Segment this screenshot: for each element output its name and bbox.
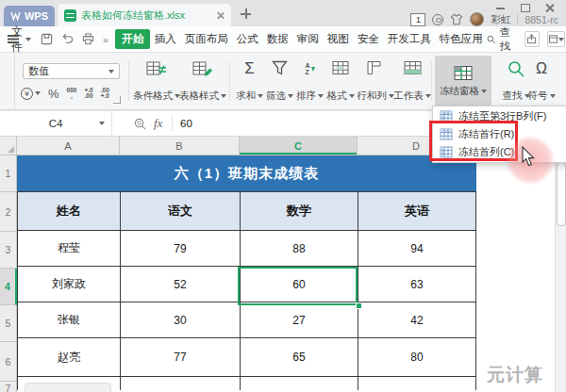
filter-button[interactable]: 筛选 (263, 58, 296, 105)
maximize-button[interactable] (521, 4, 530, 12)
worksheet-button[interactable]: 工作表 (391, 58, 433, 105)
skin-icon[interactable] (450, 13, 463, 25)
tab-data[interactable]: 数据 (262, 29, 292, 49)
decrease-decimal-button[interactable]: .00 +.0 (101, 88, 109, 99)
cell-b7[interactable] (121, 377, 241, 390)
scrollbar-thumb[interactable] (557, 162, 566, 226)
cell-a3[interactable]: 程莹 (18, 231, 121, 267)
new-window-button[interactable] (547, 31, 565, 47)
cell-b3[interactable]: 79 (121, 231, 241, 267)
rows-columns-button[interactable]: 行和列 (355, 58, 396, 105)
header-cell[interactable]: 姓名 (18, 192, 121, 231)
cell-b6[interactable]: 77 (121, 338, 241, 377)
divider (431, 61, 432, 101)
wps-window: WPS 表格如何冻结窗格.xlsx 1 彩虹 8851-rc 文件 (0, 0, 566, 392)
close-tab-icon[interactable] (216, 11, 225, 20)
fx-icon[interactable]: fx (154, 116, 162, 131)
new-tab-button[interactable] (241, 8, 251, 19)
close-window-button[interactable] (545, 4, 555, 12)
increase-decimal-button[interactable]: +.0 .00 (84, 88, 92, 99)
cell-c6[interactable]: 65 (241, 338, 358, 377)
cell-c3[interactable]: 88 (241, 231, 358, 267)
cell-a4[interactable]: 刘家政 (18, 267, 121, 302)
tab-view[interactable]: 视图 (323, 29, 353, 49)
cell-a5[interactable]: 张银 (18, 302, 121, 338)
file-menu[interactable]: 文件 (11, 24, 23, 56)
find-button[interactable]: 查找 (487, 25, 517, 54)
header-cell[interactable]: 语文 (121, 192, 241, 231)
row-header-1[interactable]: 1 (0, 155, 17, 192)
tab-formulas[interactable]: 公式 (232, 29, 262, 49)
cell-d5[interactable]: 42 (358, 302, 476, 338)
user-name: 彩虹 (491, 13, 510, 26)
toolbar-more-icon[interactable]: » (103, 34, 108, 45)
cell-c7[interactable] (241, 377, 358, 390)
cell-b5[interactable]: 30 (121, 302, 241, 338)
select-all-corner[interactable] (0, 137, 17, 155)
vertical-scrollbar[interactable] (555, 155, 566, 392)
fill-handle[interactable] (356, 302, 362, 309)
chevron-down-icon (349, 94, 355, 98)
name-box[interactable]: C4 (0, 111, 112, 136)
symbol-button[interactable]: Ω 符号 (524, 58, 558, 105)
tab-insert[interactable]: 插入 (150, 29, 180, 49)
function-search-icon[interactable] (134, 118, 146, 130)
number-format-value: 数值 (28, 64, 49, 78)
row-header-6[interactable]: 6 (0, 342, 17, 382)
tab-security[interactable]: 安全 (353, 29, 383, 49)
cell-b4[interactable]: 52 (121, 267, 241, 302)
number-format-select[interactable]: 数值 (23, 63, 120, 79)
row-header-4[interactable]: 4 (0, 269, 17, 305)
document-tab[interactable]: 表格如何冻结窗格.xlsx (58, 4, 231, 26)
column-header-a[interactable]: A (17, 137, 120, 155)
avatar[interactable] (470, 12, 484, 26)
record-icon[interactable] (432, 14, 443, 25)
row-header-7[interactable]: 7 (0, 382, 17, 392)
tab-home[interactable]: 开始 (115, 29, 150, 49)
share-button[interactable] (524, 31, 540, 47)
quick-toolbar: » (41, 33, 108, 45)
cell-d4[interactable]: 63 (358, 267, 476, 302)
currency-button[interactable]: ¥ (21, 88, 41, 100)
percent-button[interactable]: % (48, 87, 59, 101)
column-header-b[interactable]: B (120, 137, 240, 155)
column-header-c[interactable]: C (240, 137, 358, 155)
sum-button[interactable]: Σ 求和 (233, 58, 266, 105)
tab-page-layout[interactable]: 页面布局 (180, 29, 232, 49)
divider (128, 61, 129, 101)
undo-icon[interactable] (61, 33, 74, 45)
table-style-button[interactable]: 表格样式 (178, 58, 227, 105)
print-icon[interactable] (82, 33, 94, 45)
conditional-format-button[interactable]: 条件格式 (132, 58, 181, 105)
minimize-button[interactable] (496, 4, 506, 12)
bottom-popup-stub (25, 383, 111, 392)
cell-a6[interactable]: 赵亮 (18, 338, 121, 377)
chevron-down-icon (108, 70, 114, 74)
tab-developer[interactable]: 开发工具 (383, 29, 435, 49)
cell-d3[interactable]: 94 (358, 231, 476, 267)
row-header-2[interactable]: 2 (0, 192, 17, 232)
header-cell[interactable]: 英语 (358, 192, 476, 231)
tab-review[interactable]: 审阅 (292, 29, 323, 49)
save-icon[interactable] (41, 33, 53, 45)
symbol-label: 符号 (528, 90, 548, 103)
formula-input[interactable]: 60 (180, 111, 192, 136)
freeze-panes-button[interactable]: 冻结窗格 (435, 56, 491, 106)
dialog-launcher-icon[interactable] (113, 96, 121, 104)
sort-z: Z (305, 69, 309, 75)
document-title: 表格如何冻结窗格.xlsx (81, 8, 211, 23)
cell-d7[interactable] (358, 377, 476, 390)
cell-c5[interactable]: 27 (241, 302, 358, 338)
header-cell[interactable]: 数学 (241, 192, 358, 231)
tab-special-apps[interactable]: 特色应用 (435, 29, 487, 49)
row-header-3[interactable]: 3 (0, 232, 17, 269)
row-header-5[interactable]: 5 (0, 305, 17, 342)
message-count-badge[interactable]: 1 (410, 13, 425, 26)
thousands-separator-button[interactable]: 000 , (67, 88, 77, 99)
cell-d6[interactable]: 80 (358, 338, 476, 377)
format-button[interactable]: 格式 (323, 58, 358, 105)
wps-logo-label: WPS (25, 10, 48, 22)
sort-button[interactable]: AZ 排序 (293, 58, 326, 105)
table-title-cell[interactable]: 六（1）班期末成绩表 (18, 156, 476, 192)
conditional-format-label: 条件格式 (133, 90, 173, 103)
